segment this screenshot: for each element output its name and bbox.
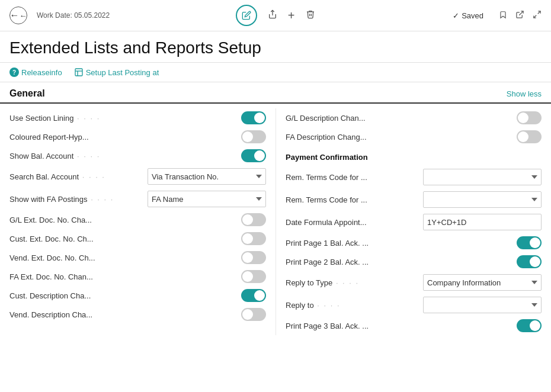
expand-button[interactable]: [533, 10, 542, 21]
search-bal-account-value: Via Transaction No.Via Account No.None: [148, 168, 266, 185]
fa-ext-doc-no-chan-value: [241, 270, 266, 283]
coloured-report-hyp-toggle[interactable]: [241, 130, 266, 143]
show-bal-account-toggle-knob: [254, 150, 265, 161]
field-row-show-with-fa-postings: Show with FA Postings · · · ·FA NameFA N…: [9, 188, 266, 210]
back-button[interactable]: ←: [9, 7, 27, 24]
use-section-lining-label: Use Section Lining · · · ·: [9, 114, 241, 123]
rem-terms-code-2-value: [423, 191, 542, 208]
cust-description-cha-value: [241, 289, 266, 302]
fa-ext-doc-no-chan-label: FA Ext. Doc. No. Chan...: [9, 272, 241, 281]
setup-last-posting-label: Setup Last Posting at: [86, 68, 159, 77]
share-button[interactable]: [268, 9, 277, 21]
back-icon: ←: [10, 10, 27, 21]
reply-to-select[interactable]: [423, 297, 542, 313]
rem-terms-code-1-select[interactable]: [423, 169, 542, 185]
show-less-button[interactable]: Show less: [507, 89, 542, 98]
bookmark-icon: [499, 10, 507, 20]
coloured-report-hyp-label: Coloured Report-Hyp...: [9, 133, 241, 142]
gl-description-chan-toggle-knob: [518, 113, 528, 123]
add-button[interactable]: +: [288, 9, 295, 21]
rem-terms-code-1-label: Rem. Terms Code for ...: [286, 173, 423, 182]
field-row-search-bal-account: Search Bal. Account · · · ·Via Transacti…: [9, 165, 266, 188]
use-section-lining-toggle[interactable]: [241, 111, 266, 124]
vend-description-cha-label: Vend. Description Cha...: [9, 310, 241, 319]
external-link-button[interactable]: [515, 10, 524, 21]
gl-ext-doc-no-cha-toggle[interactable]: [241, 213, 266, 226]
field-row-gl-description-chan: G/L Description Chan...: [286, 108, 542, 127]
reply-to-type-value: Company InformationCustom: [423, 274, 542, 291]
show-bal-account-toggle[interactable]: [241, 149, 266, 162]
page-title: Extended Lists and Reports Setup: [0, 31, 551, 63]
setup-icon: [74, 68, 84, 77]
cust-description-cha-label: Cust. Description Cha...: [9, 291, 241, 300]
gl-ext-doc-no-cha-value: [241, 213, 266, 226]
field-row-date-formula-appoint: Date Formula Appoint...: [286, 211, 542, 233]
releaseinfo-label: Releaseinfo: [21, 68, 62, 77]
question-icon: ?: [9, 68, 19, 77]
field-row-reply-to-type: Reply to Type · · · ·Company Information…: [286, 271, 542, 294]
show-with-fa-postings-value: FA NameFA No.None: [148, 191, 266, 207]
cust-description-cha-toggle[interactable]: [241, 289, 266, 302]
field-row-vend-ext-doc-no-ch: Vend. Ext. Doc. No. Ch...: [9, 248, 266, 267]
setup-last-posting-action[interactable]: Setup Last Posting at: [74, 68, 159, 77]
releaseinfo-action[interactable]: ? Releaseinfo: [9, 68, 62, 77]
svg-line-2: [538, 11, 540, 14]
print-page-2-bal-ack-toggle[interactable]: [517, 255, 542, 268]
section-title: General: [9, 88, 45, 99]
print-page-2-bal-ack-toggle-knob: [530, 256, 540, 267]
field-row-vend-description-cha: Vend. Description Cha...: [9, 305, 266, 324]
svg-line-1: [519, 11, 523, 15]
reply-to-type-select[interactable]: Company InformationCustom: [423, 274, 542, 291]
field-row-fa-description-chang: FA Description Chang...: [286, 127, 542, 146]
field-row-print-page-3-bal-ack: Print Page 3 Bal. Ack. ...: [286, 316, 542, 335]
bookmark-button[interactable]: [499, 10, 507, 21]
show-with-fa-postings-label: Show with FA Postings · · · ·: [9, 195, 148, 204]
fa-description-chang-toggle[interactable]: [517, 130, 542, 143]
rem-terms-code-2-select[interactable]: [423, 191, 542, 208]
rem-terms-code-2-label: Rem. Terms Code for ...: [286, 195, 423, 204]
cust-description-cha-toggle-knob: [254, 290, 265, 301]
print-page-3-bal-ack-value: [517, 319, 542, 332]
date-formula-appoint-value: [423, 214, 542, 230]
print-page-3-bal-ack-toggle[interactable]: [517, 319, 542, 332]
print-page-3-bal-ack-toggle-knob: [530, 320, 540, 331]
share-icon: [268, 9, 277, 19]
field-row-print-page-1-bal-ack: Print Page 1 Bal. Ack. ...: [286, 233, 542, 252]
subheader-row-payment-confirmation-header: Payment Confirmation: [286, 146, 542, 166]
right-icons: [499, 10, 542, 21]
field-row-rem-terms-code-1: Rem. Terms Code for ...: [286, 166, 542, 188]
action-bar: ? Releaseinfo Setup Last Posting at: [0, 63, 551, 82]
cust-ext-doc-no-ch-toggle-knob: [242, 233, 253, 244]
gl-description-chan-toggle[interactable]: [517, 111, 542, 124]
print-page-1-bal-ack-toggle[interactable]: [517, 236, 542, 249]
vend-ext-doc-no-ch-toggle[interactable]: [241, 251, 266, 264]
edit-button[interactable]: [236, 5, 257, 26]
top-bar: ← Work Date: 05.05.2022 +: [0, 0, 551, 31]
show-bal-account-label: Show Bal. Account · · · ·: [9, 152, 241, 160]
date-formula-appoint-label: Date Formula Appoint...: [286, 218, 423, 227]
rem-terms-code-1-value: [423, 169, 542, 185]
show-with-fa-postings-select[interactable]: FA NameFA No.None: [148, 191, 266, 207]
field-row-reply-to: Reply to · · · ·: [286, 294, 542, 316]
show-bal-account-value: [241, 149, 266, 162]
search-bal-account-select[interactable]: Via Transaction No.Via Account No.None: [148, 168, 266, 185]
cust-ext-doc-no-ch-label: Cust. Ext. Doc. No. Ch...: [9, 234, 241, 243]
gl-ext-doc-no-cha-label: G/L Ext. Doc. No. Cha...: [9, 216, 241, 224]
external-link-icon: [515, 10, 524, 19]
field-row-cust-ext-doc-no-ch: Cust. Ext. Doc. No. Ch...: [9, 229, 266, 248]
print-page-1-bal-ack-toggle-knob: [530, 237, 540, 248]
print-page-3-bal-ack-label: Print Page 3 Bal. Ack. ...: [286, 322, 517, 330]
reply-to-value: [423, 297, 542, 313]
vend-description-cha-toggle[interactable]: [241, 308, 266, 321]
cust-ext-doc-no-ch-value: [241, 232, 266, 245]
vend-description-cha-value: [241, 308, 266, 321]
fa-description-chang-value: [517, 130, 542, 143]
saved-status: ✓ Saved: [453, 11, 483, 20]
svg-line-3: [534, 15, 536, 18]
field-row-show-bal-account: Show Bal. Account · · · ·: [9, 146, 266, 165]
delete-button[interactable]: [306, 9, 315, 21]
fa-ext-doc-no-chan-toggle[interactable]: [241, 270, 266, 283]
cust-ext-doc-no-ch-toggle[interactable]: [241, 232, 266, 245]
gl-ext-doc-no-cha-toggle-knob: [242, 214, 253, 225]
date-formula-appoint-input[interactable]: [423, 214, 542, 230]
